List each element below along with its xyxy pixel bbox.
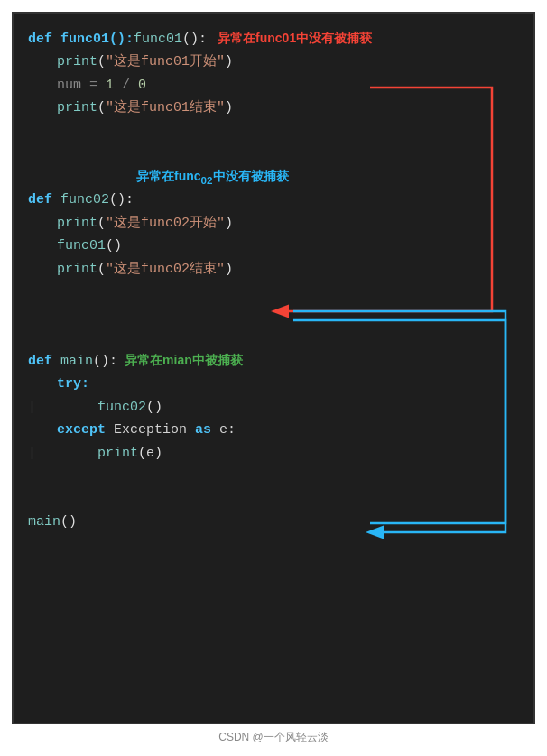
func02-print2-line: print("这是func02结束") (28, 258, 523, 281)
watermark: CSDN @一个风轻云淡 (218, 730, 329, 745)
blank2 (28, 143, 523, 166)
code-block: def func01():func01(): 异常在func01中没有被捕获 p… (12, 12, 535, 724)
main-print-line: | print(e) (28, 442, 523, 466)
main-call-line: main() (28, 511, 523, 534)
func02-print1-line: print("这是func02开始") (28, 212, 523, 235)
func01-print1-line: print("这是func01开始") (28, 51, 523, 74)
main-func02-call-line: | func02() (28, 396, 523, 419)
func02-def-line: def func02(): (28, 189, 523, 212)
main-def-line: def main(): 异常在mian中被捕获 (28, 350, 523, 373)
func01-num-line: num = 1 / 0 (28, 74, 523, 97)
blank4 (28, 304, 523, 327)
func01-def-line: def func01():func01(): 异常在func01中没有被捕获 (28, 28, 523, 51)
main-except-line: except Exception as e: (28, 419, 523, 442)
func01-annotation: 异常在func01中没有被捕获 (218, 28, 372, 50)
blank1 (28, 120, 523, 143)
main-try-line: try: (28, 373, 523, 396)
blank7 (28, 488, 523, 512)
blank3 (28, 281, 523, 304)
main-annotation: 异常在mian中被捕获 (125, 350, 243, 372)
func02-annotation-line: 异常在func02中没有被捕获 (28, 166, 523, 189)
blank5 (28, 327, 523, 350)
def-keyword: def func01(): (28, 28, 134, 51)
func02-call-line: func01() (28, 235, 523, 258)
blank6 (28, 465, 523, 488)
func01-print2-line: print("这是func01结束") (28, 97, 523, 120)
func02-annotation: 异常在func02中没有被捕获 (136, 166, 289, 189)
